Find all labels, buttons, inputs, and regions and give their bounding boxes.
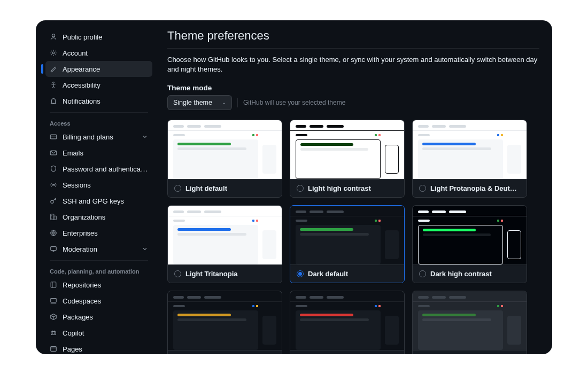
- codespaces-icon: [50, 297, 57, 305]
- theme-card[interactable]: Light default: [167, 120, 282, 198]
- sidebar-item[interactable]: Sessions: [45, 177, 152, 193]
- theme-preview: [168, 120, 282, 179]
- theme-preview: [168, 291, 282, 350]
- svg-point-15: [54, 333, 55, 333]
- sidebar-item-label: SSH and GPG keys: [63, 197, 148, 205]
- org-icon: [50, 213, 57, 221]
- sidebar-item-label: Codespaces: [63, 297, 148, 305]
- theme-footer: Dark default: [290, 264, 404, 283]
- theme-name: Dark high contrast: [430, 270, 492, 278]
- sidebar-item[interactable]: Notifications: [45, 93, 152, 109]
- divider: [237, 98, 238, 107]
- svg-point-2: [53, 82, 55, 83]
- theme-card[interactable]: Dark Tritanopia: [290, 291, 405, 354]
- sidebar-item[interactable]: SSH and GPG keys: [45, 193, 152, 209]
- sidebar-item-label: Billing and plans: [63, 133, 142, 141]
- chevron-down-icon: [142, 134, 148, 140]
- theme-card[interactable]: Light high contrast: [290, 120, 405, 198]
- theme-preview: [413, 120, 527, 179]
- theme-footer: Light default: [168, 179, 282, 197]
- sidebar-item-label: Public profile: [63, 33, 148, 41]
- dots-icon: [497, 134, 503, 136]
- theme-preview: [290, 206, 404, 264]
- theme-card[interactable]: Light Tritanopia: [167, 205, 282, 283]
- sidebar-item-label: Password and authentication: [63, 165, 148, 173]
- theme-card[interactable]: Dark default: [290, 205, 405, 283]
- theme-footer: Dark high contrast: [413, 264, 527, 283]
- theme-name: Light Protanopia & Deuteranopia: [430, 184, 520, 192]
- main-content: Theme preferences Choose how GitHub look…: [159, 20, 552, 354]
- key-icon: [50, 197, 57, 205]
- svg-rect-10: [51, 247, 57, 251]
- radio-icon[interactable]: [297, 185, 304, 192]
- sidebar-item[interactable]: Account: [45, 45, 152, 61]
- radio-icon[interactable]: [419, 270, 426, 277]
- app-frame: Public profileAccountAppearanceAccessibi…: [36, 20, 552, 354]
- theme-preview: [290, 291, 404, 350]
- divider: [50, 112, 148, 113]
- theme-name: Light default: [185, 184, 227, 192]
- dots-icon: [252, 220, 258, 222]
- sidebar-item-label: Enterprises: [63, 229, 148, 237]
- package-icon: [50, 313, 57, 321]
- sidebar-item-label: Copilot: [63, 329, 148, 337]
- dots-icon: [375, 305, 381, 307]
- bell-icon: [50, 97, 57, 105]
- sidebar-item[interactable]: Password and authentication: [45, 161, 152, 177]
- svg-point-14: [52, 333, 53, 333]
- repo-icon: [50, 281, 57, 289]
- sidebar-item-label: Repositories: [63, 281, 148, 289]
- sidebar-item[interactable]: Organizations: [45, 209, 152, 225]
- theme-card[interactable]: Dark dimmed: [412, 291, 527, 354]
- dots-icon: [252, 305, 258, 307]
- sidebar-group-title: Code, planning, and automation: [45, 265, 152, 277]
- sidebar-item[interactable]: Packages: [45, 309, 152, 325]
- theme-mode-select[interactable]: Single theme ⌄: [167, 95, 232, 110]
- svg-rect-16: [51, 347, 57, 352]
- sidebar-item[interactable]: Public profile: [45, 29, 152, 45]
- sidebar-item[interactable]: Enterprises: [45, 225, 152, 241]
- page-title: Theme preferences: [167, 29, 552, 43]
- brush-icon: [50, 65, 57, 73]
- svg-point-6: [51, 200, 53, 203]
- theme-preview: [413, 206, 527, 264]
- radio-icon[interactable]: [174, 270, 181, 277]
- theme-card[interactable]: Dark high contrast: [412, 205, 527, 283]
- sidebar-item-label: Account: [63, 49, 148, 57]
- accessibility-icon: [50, 81, 57, 89]
- sidebar-item[interactable]: Copilot: [45, 325, 152, 341]
- shield-icon: [50, 165, 57, 173]
- theme-card[interactable]: Dark Protanopia & Deuteranopia: [167, 291, 282, 354]
- radio-icon[interactable]: [297, 270, 304, 277]
- svg-rect-3: [50, 135, 56, 139]
- svg-point-0: [52, 34, 55, 37]
- sidebar-item[interactable]: Pages: [45, 341, 152, 354]
- sidebar-item-label: Moderation: [63, 245, 142, 253]
- sidebar-item[interactable]: Billing and plans: [45, 129, 152, 145]
- pages-icon: [50, 345, 57, 353]
- dots-icon: [375, 220, 381, 222]
- theme-footer: Dark dimmed: [413, 350, 527, 354]
- sidebar-item-label: Accessibility: [63, 81, 148, 89]
- sidebar-item[interactable]: Repositories: [45, 277, 152, 293]
- sidebar-item-label: Pages: [63, 345, 148, 353]
- sidebar-item[interactable]: Codespaces: [45, 293, 152, 309]
- sidebar-item[interactable]: Emails: [45, 145, 152, 161]
- svg-point-5: [53, 184, 54, 185]
- sidebar-item[interactable]: Appearance: [45, 61, 152, 77]
- theme-mode-hint: GitHub will use your selected theme: [243, 99, 345, 106]
- radio-icon[interactable]: [419, 185, 426, 192]
- radio-icon[interactable]: [174, 185, 181, 192]
- sidebar-item[interactable]: Accessibility: [45, 77, 152, 93]
- dots-icon: [497, 305, 503, 307]
- theme-name: Light high contrast: [308, 184, 371, 192]
- sidebar-item[interactable]: Moderation: [45, 241, 152, 257]
- mail-icon: [50, 149, 57, 157]
- globe-icon: [50, 229, 57, 237]
- theme-card[interactable]: Light Protanopia & Deuteranopia: [412, 120, 527, 198]
- chevron-down-icon: [142, 246, 148, 252]
- svg-rect-12: [51, 299, 57, 302]
- svg-point-1: [52, 52, 55, 54]
- theme-footer: Dark Tritanopia: [290, 350, 404, 354]
- gear-icon: [50, 49, 57, 57]
